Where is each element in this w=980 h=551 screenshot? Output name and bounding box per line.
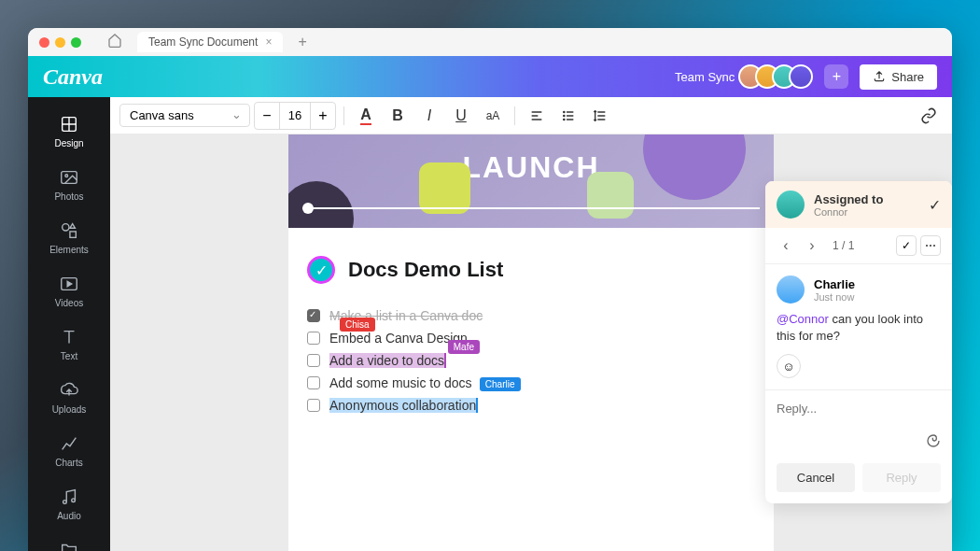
sidebar-label: Photos xyxy=(54,191,83,202)
window-maximize[interactable] xyxy=(71,37,81,48)
checkbox[interactable] xyxy=(307,376,320,389)
add-collaborator-button[interactable]: + xyxy=(824,64,848,89)
sidebar-label: Design xyxy=(54,138,83,148)
share-button[interactable]: Share xyxy=(860,64,937,90)
underline-button[interactable]: U xyxy=(447,102,475,130)
attach-icon[interactable] xyxy=(926,433,941,452)
list-text[interactable]: Anonymous collaboration xyxy=(329,398,478,413)
collaborator-avatars[interactable] xyxy=(746,64,813,89)
sidebar-label: Uploads xyxy=(52,404,87,415)
canva-logo[interactable]: Canva xyxy=(43,64,103,90)
elements-icon xyxy=(59,220,79,241)
add-reaction-button[interactable]: ☺ xyxy=(777,354,801,378)
mark-done-button[interactable]: ✓ xyxy=(896,235,917,256)
tab-close-icon[interactable]: × xyxy=(265,35,272,49)
banner-image[interactable]: LAUNCH xyxy=(288,134,774,228)
more-options-button[interactable]: ⋯ xyxy=(920,235,941,256)
comment-author-avatar xyxy=(777,276,805,304)
sidebar-item-uploads[interactable]: Uploads xyxy=(28,371,110,424)
text-toolbar: Canva sans − 16 + A B I U aA xyxy=(110,97,952,134)
svg-point-8 xyxy=(63,501,67,504)
sidebar-label: Audio xyxy=(57,511,81,521)
home-icon[interactable] xyxy=(107,33,122,51)
case-button[interactable]: aA xyxy=(479,102,507,130)
charts-icon xyxy=(59,433,79,454)
font-size-value[interactable]: 16 xyxy=(279,103,311,129)
checkbox[interactable] xyxy=(307,309,320,322)
sidebar-label: Elements xyxy=(49,245,89,255)
font-size-increase[interactable]: + xyxy=(311,103,335,129)
cancel-button[interactable]: Cancel xyxy=(777,463,855,492)
list-item[interactable]: Add some music to docs Charlie xyxy=(307,372,755,394)
window-minimize[interactable] xyxy=(55,37,65,48)
sidebar-item-elements[interactable]: Elements xyxy=(28,211,110,264)
comment-count: 1 / 1 xyxy=(833,239,854,252)
document-canvas[interactable]: LAUNCH ✓ Docs Demo List Make a list in a… xyxy=(110,134,952,551)
svg-point-5 xyxy=(63,224,69,231)
font-size-decrease[interactable]: − xyxy=(255,103,279,129)
sidebar: Design Photos Elements Videos Text Uploa… xyxy=(28,97,110,551)
reply-button[interactable]: Reply xyxy=(862,463,941,492)
videos-icon xyxy=(59,274,79,294)
avatar[interactable] xyxy=(789,64,813,89)
next-comment-button[interactable]: › xyxy=(803,236,821,255)
sidebar-item-videos[interactable]: Videos xyxy=(28,264,110,318)
text-color-button[interactable]: A xyxy=(352,102,380,130)
assigned-label: Assigned to xyxy=(814,192,919,206)
list-item[interactable]: Embed a Canva Design Chisa xyxy=(307,327,755,349)
mention[interactable]: @Connor xyxy=(777,312,829,326)
browser-tab[interactable]: Team Sync Document × xyxy=(137,32,283,52)
sidebar-label: Text xyxy=(61,351,77,361)
resolve-check-icon[interactable]: ✓ xyxy=(929,196,941,214)
comment-text: @Connor can you look into this for me? xyxy=(777,311,941,345)
share-label: Share xyxy=(891,70,924,84)
list-item[interactable]: Add a video to docs Mafe xyxy=(307,349,755,372)
list-text[interactable]: Embed a Canva Design xyxy=(329,331,468,346)
checkbox[interactable] xyxy=(307,399,320,412)
checkbox[interactable] xyxy=(307,354,320,367)
team-name: Team Sync xyxy=(675,70,735,84)
design-icon xyxy=(59,114,79,134)
sidebar-item-folders[interactable]: Folders xyxy=(28,530,110,551)
sidebar-label: Videos xyxy=(55,298,83,308)
titlebar: Team Sync Document × + xyxy=(28,28,952,56)
window-close[interactable] xyxy=(39,37,49,48)
svg-point-13 xyxy=(564,111,565,112)
reply-input[interactable] xyxy=(777,402,941,416)
link-button[interactable] xyxy=(915,102,943,130)
new-tab-button[interactable]: + xyxy=(298,34,306,50)
sidebar-item-audio[interactable]: Audio xyxy=(28,477,110,530)
tab-title: Team Sync Document xyxy=(148,35,258,49)
svg-point-17 xyxy=(564,119,565,120)
comment-panel: Assigned to Connor ✓ ‹ › 1 / 1 ✓ ⋯ xyxy=(765,181,952,503)
sidebar-item-text[interactable]: Text xyxy=(28,318,110,371)
upload-icon xyxy=(873,70,886,83)
sidebar-item-charts[interactable]: Charts xyxy=(28,424,110,477)
prev-comment-button[interactable]: ‹ xyxy=(777,236,795,255)
collab-cursor-mafe: Mafe xyxy=(448,340,480,354)
spacing-button[interactable] xyxy=(586,102,614,130)
list-text[interactable]: Add some music to docs xyxy=(329,375,472,390)
audio-icon xyxy=(59,487,79,507)
sidebar-item-design[interactable]: Design xyxy=(28,105,110,158)
comment-time: Just now xyxy=(814,291,855,303)
bold-button[interactable]: B xyxy=(384,102,412,130)
collab-cursor-charlie: Charlie xyxy=(480,377,521,391)
doc-heading[interactable]: Docs Demo List xyxy=(348,258,503,282)
list-button[interactable] xyxy=(554,102,582,130)
font-family-select[interactable]: Canva sans xyxy=(119,104,250,127)
assignee-avatar xyxy=(777,191,805,219)
svg-rect-6 xyxy=(70,232,76,237)
assigned-name: Connor xyxy=(814,206,919,218)
check-badge-icon: ✓ xyxy=(307,256,335,284)
app-topbar: Canva Team Sync + Share xyxy=(28,56,952,97)
document-page[interactable]: LAUNCH ✓ Docs Demo List Make a list in a… xyxy=(288,134,774,551)
checkbox[interactable] xyxy=(307,332,320,345)
svg-point-9 xyxy=(72,499,76,502)
align-button[interactable] xyxy=(523,102,551,130)
list-item[interactable]: Anonymous collaboration xyxy=(307,394,755,417)
sidebar-item-photos[interactable]: Photos xyxy=(28,158,110,211)
uploads-icon xyxy=(59,380,79,401)
italic-button[interactable]: I xyxy=(415,102,443,130)
list-text[interactable]: Add a video to docs xyxy=(329,353,446,368)
